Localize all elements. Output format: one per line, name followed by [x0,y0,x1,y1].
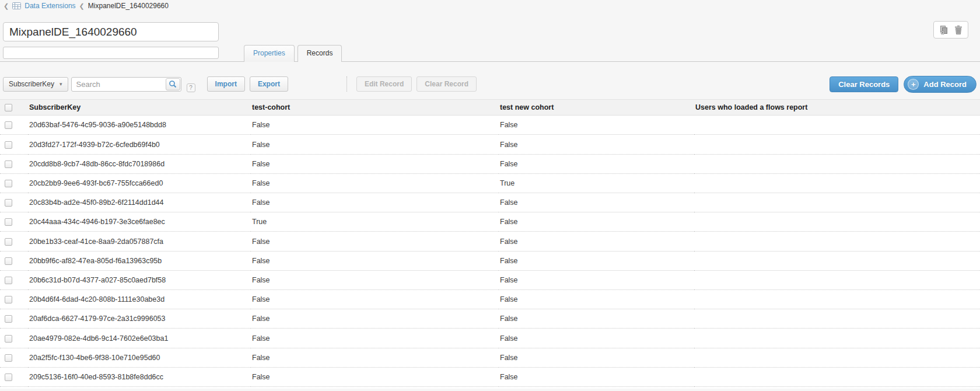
breadcrumb-current: MixpanelDE_1640029660 [88,2,169,10]
cell-test-new-cohort: False [499,270,694,289]
cell-test-cohort: False [251,309,499,329]
cell-flows-report [694,135,980,154]
export-button[interactable]: Export [250,76,288,92]
cell-test-new-cohort: False [499,212,694,232]
cell-flows-report [694,290,980,309]
cell-subscriberkey: 20b4d6f4-6dad-4c20-808b-1111e30abe3d [28,290,251,309]
row-checkbox[interactable] [5,296,12,303]
cell-test-new-cohort: False [499,367,694,386]
cell-flows-report [694,173,980,193]
cell-subscriberkey: 20ae4979-082e-4db6-9c14-7602e6e03ba1 [28,329,251,348]
cell-test-new-cohort: True [499,173,694,193]
cell-test-cohort: False [251,367,499,386]
column-header-subscriberkey[interactable]: SubscriberKey [28,100,251,116]
table-row: 20cb2bb9-9ee6-493f-bc67-755fcca66ed0Fals… [0,173,980,193]
row-checkbox[interactable] [5,121,12,129]
cell-test-cohort: False [251,154,499,173]
records-table-body: 20d63baf-5476-4c95-9036-a90e5148bdd8Fals… [0,116,980,387]
search-field-dropdown-label: SubscriberKey [9,80,54,88]
cell-test-cohort: False [251,251,499,270]
clear-record-button[interactable]: Clear Record [416,76,477,92]
cell-test-cohort: False [251,193,499,212]
cell-test-new-cohort: False [499,193,694,212]
records-table-wrap: SubscriberKey test-cohort test new cohor… [0,99,980,389]
plus-icon: + [908,79,919,90]
row-checkbox[interactable] [5,141,12,149]
column-header-flows-report[interactable]: Users who loaded a flows report [694,100,980,116]
row-checkbox[interactable] [5,160,12,168]
cell-flows-report [694,116,980,135]
header-actions [933,21,968,39]
cell-test-cohort: False [251,116,499,135]
search-button[interactable] [166,78,180,90]
row-checkbox[interactable] [5,218,12,226]
search-field-dropdown[interactable]: SubscriberKey ▾ [3,77,68,92]
select-all-checkbox[interactable] [5,104,12,111]
cell-test-new-cohort: False [499,329,694,348]
clear-records-button[interactable]: Clear Records [830,76,898,92]
de-name-input[interactable] [3,22,219,41]
tab-bar: Properties Records [244,45,342,62]
header-section: ❮ Data Extensions ❮ MixpanelDE_164002966… [0,0,980,62]
edit-record-button[interactable]: Edit Record [356,76,412,92]
table-row: 20af6dca-6627-4179-97ce-2a31c9996053Fals… [0,309,980,329]
row-checkbox[interactable] [5,180,12,187]
row-checkbox[interactable] [5,238,12,246]
cell-flows-report [694,251,980,270]
tab-records[interactable]: Records [298,45,342,62]
column-header-test-cohort[interactable]: test-cohort [251,100,499,116]
cell-test-new-cohort: False [499,348,694,367]
cell-test-cohort: False [251,270,499,289]
cell-flows-report [694,348,980,367]
row-checkbox[interactable] [5,315,12,323]
row-checkbox[interactable] [5,373,12,381]
cell-test-new-cohort: False [499,251,694,270]
cell-subscriberkey: 20be1b33-ceaf-41ce-8aa9-2da057887cfa [28,232,251,251]
row-checkbox[interactable] [5,199,12,207]
table-row: 20c83b4b-ad2e-45f0-89b2-6f2114dd1d44Fals… [0,193,980,212]
cell-test-cohort: True [251,212,499,232]
cell-test-cohort: False [251,173,499,193]
table-row: 20cdd8b8-9cb7-48db-86cc-8fdc7018986dFals… [0,154,980,173]
cell-test-cohort: False [251,135,499,154]
trash-icon[interactable] [954,25,963,34]
breadcrumb-separator-icon: ❮ [79,3,85,9]
table-header-row: SubscriberKey test-cohort test new cohor… [0,100,980,116]
cell-test-new-cohort: False [499,135,694,154]
table-row: 20a2f5fc-f130-4be6-9f38-10e710e95d60Fals… [0,348,980,367]
row-checkbox[interactable] [5,277,12,284]
row-checkbox[interactable] [5,257,12,265]
help-button[interactable]: ? [187,83,195,92]
add-record-button[interactable]: + Add Record [904,76,977,93]
cell-subscriberkey: 20c83b4b-ad2e-45f0-89b2-6f2114dd1d44 [28,193,251,212]
table-row: 20d3fd27-172f-4939-b72c-6cfedb69f4b0Fals… [0,135,980,154]
cell-flows-report [694,270,980,289]
row-checkbox[interactable] [5,335,12,343]
copy-icon[interactable] [939,25,949,34]
de-description-input[interactable] [3,47,219,59]
table-row: 209c5136-16f0-40ed-8593-81b8fe8dd6ccFals… [0,367,980,386]
cell-test-new-cohort: False [499,116,694,135]
import-button[interactable]: Import [207,76,245,92]
cell-test-new-cohort: False [499,232,694,251]
search-input[interactable] [72,80,166,89]
column-header-test-new-cohort[interactable]: test new cohort [499,100,694,116]
cell-subscriberkey: 20b6c31d-b07d-4377-a027-85c0aed7bf58 [28,270,251,289]
search-icon [169,80,177,88]
cell-test-cohort: False [251,290,499,309]
cell-test-new-cohort: False [499,309,694,329]
row-checkbox[interactable] [5,354,12,362]
records-toolbar: SubscriberKey ▾ ? Import Export Edit Rec… [0,62,980,95]
breadcrumb: ❮ Data Extensions ❮ MixpanelDE_164002966… [4,2,169,10]
cell-subscriberkey: 209c5136-16f0-40ed-8593-81b8fe8dd6cc [28,367,251,386]
cell-flows-report [694,232,980,251]
breadcrumb-link-data-extensions[interactable]: Data Extensions [24,2,75,10]
table-row: 20b4d6f4-6dad-4c20-808b-1111e30abe3dFals… [0,290,980,309]
toolbar-divider [346,76,347,92]
table-row: 20c44aaa-434c-4946-b197-3e3ce6fae8ecTrue… [0,212,980,232]
cell-subscriberkey: 20cdd8b8-9cb7-48db-86cc-8fdc7018986d [28,154,251,173]
tab-properties[interactable]: Properties [244,45,295,62]
cell-subscriberkey: 20c44aaa-434c-4946-b197-3e3ce6fae8ec [28,212,251,232]
cell-flows-report [694,309,980,329]
back-chevron-icon[interactable]: ❮ [4,3,9,9]
